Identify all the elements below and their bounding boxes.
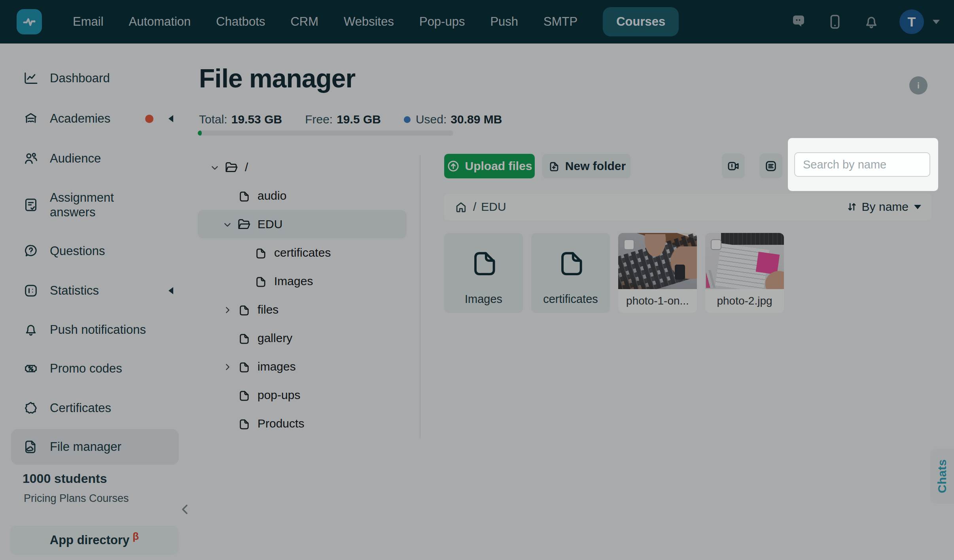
thumbnail-art-watch (675, 265, 685, 280)
page-title: File manager (199, 63, 355, 93)
sidebar-item-label: Audience (50, 151, 101, 166)
sidebar-item-questions[interactable]: Questions (11, 236, 179, 266)
nav-item-automation[interactable]: Automation (129, 15, 191, 29)
tree-row-products[interactable]: Products (198, 409, 407, 438)
user-avatar[interactable]: T (899, 9, 924, 34)
folder-icon (237, 388, 251, 403)
sidebar-collapse-icon[interactable] (177, 501, 193, 517)
nav-item-courses[interactable]: Courses (603, 7, 679, 36)
storage-free: Free: 19.5 GB (305, 113, 381, 126)
sidebar-item-dashboard[interactable]: Dashboard (11, 63, 179, 93)
new-folder-label: New folder (565, 159, 626, 173)
new-folder-button[interactable]: New folder (542, 154, 630, 178)
sidebar-item-label: Assignment answers (50, 190, 141, 219)
folder-tile-images[interactable]: Images (444, 233, 523, 313)
tree-row-label: pop-ups (257, 388, 300, 402)
pulse-logo-icon (21, 14, 37, 30)
tree-row-label: certificates (274, 246, 331, 259)
sidebar-item-label: Academies (50, 111, 110, 126)
used-label: Used: (416, 113, 447, 126)
tree-row-gallery[interactable]: gallery (198, 324, 407, 352)
tree-row-root[interactable]: / (198, 153, 407, 182)
nav-item-popups[interactable]: Pop-ups (419, 15, 465, 29)
info-icon[interactable] (909, 76, 928, 95)
sort-arrows-icon (846, 201, 858, 213)
chevron-down-icon[interactable] (210, 162, 220, 172)
chevron-right-icon[interactable] (222, 305, 233, 315)
folder-open-icon (224, 160, 238, 175)
image-tile-photo-1[interactable]: photo-1-on... (618, 233, 697, 313)
file-select-checkbox[interactable] (711, 239, 721, 250)
top-navbar: Email Automation Chatbots CRM Websites P… (0, 0, 954, 44)
folder-tile-certificates[interactable]: certificates (531, 233, 610, 313)
nav-item-crm[interactable]: CRM (290, 15, 318, 29)
sort-caret-icon (914, 205, 921, 209)
collapse-caret-icon[interactable] (168, 115, 173, 122)
notification-dot (145, 115, 153, 123)
upload-files-button[interactable]: Upload files (444, 154, 535, 178)
sidebar-item-statistics[interactable]: Statistics (11, 276, 179, 306)
tree-row-images-sub[interactable]: Images (198, 267, 407, 295)
tree-row-files[interactable]: files (198, 295, 407, 324)
chevron-down-icon[interactable] (222, 219, 233, 229)
brand-logo[interactable] (17, 9, 42, 34)
file-grid: Images certificates photo-1-on... (444, 233, 784, 313)
sidebar-item-promo-codes[interactable]: Promo codes (11, 354, 179, 384)
tile-label: Images (465, 293, 502, 306)
statistics-icon (23, 283, 39, 299)
list-view-button[interactable] (759, 153, 782, 178)
nav-item-smtp[interactable]: SMTP (543, 15, 577, 29)
tile-label: certificates (543, 293, 598, 306)
new-folder-icon (547, 159, 560, 173)
video-view-button[interactable] (722, 153, 745, 178)
collapse-caret-icon[interactable] (168, 287, 173, 294)
nav-item-chatbots[interactable]: Chatbots (216, 15, 265, 29)
free-label: Free: (305, 113, 333, 126)
sort-control[interactable]: By name (846, 200, 921, 214)
sidebar-item-label: Questions (50, 244, 105, 258)
sidebar-item-certificates[interactable]: Certificates (11, 393, 179, 423)
thumbnail-art-hand (762, 268, 784, 289)
dashboard-icon (23, 70, 39, 86)
thumbnail-art-pens (706, 270, 725, 288)
sidebar-item-audience[interactable]: Audience (11, 144, 179, 174)
folder-icon (466, 245, 501, 280)
plan-subtitle-link[interactable]: Pricing Plans Courses (24, 492, 129, 505)
bell-icon[interactable] (863, 13, 880, 30)
app-directory-button[interactable]: App directory β (10, 526, 179, 555)
folder-open-icon (237, 217, 251, 232)
storage-total: Total: 19.53 GB (199, 113, 282, 126)
sidebar-item-file-manager[interactable]: File manager (11, 429, 179, 465)
account-menu-caret-icon[interactable] (933, 20, 940, 24)
sidebar-item-academies[interactable]: Academies (11, 104, 179, 134)
tree-row-label: gallery (257, 331, 292, 345)
tree-row-certificates[interactable]: certificates (198, 238, 407, 267)
nav-item-websites[interactable]: Websites (344, 15, 394, 29)
tree-row-audio[interactable]: audio (198, 182, 407, 210)
search-input[interactable] (794, 152, 930, 177)
tree-row-images[interactable]: images (198, 352, 407, 381)
sidebar-item-label: File manager (50, 439, 121, 454)
academies-icon (23, 111, 39, 127)
folder-icon (237, 189, 251, 203)
sidebar-item-push-notifications[interactable]: Push notifications (11, 315, 179, 345)
folder-icon (553, 245, 588, 280)
chat-bubble-icon[interactable] (790, 13, 807, 30)
home-icon[interactable] (454, 201, 468, 214)
smartphone-icon[interactable] (827, 13, 843, 30)
sidebar-item-label: Certificates (50, 401, 111, 415)
chats-tab[interactable]: Chats (930, 449, 954, 503)
sort-label: By name (862, 200, 909, 214)
file-select-checkbox[interactable] (624, 239, 634, 250)
breadcrumb-current-folder: EDU (481, 200, 506, 214)
tree-row-label: Products (257, 417, 304, 430)
tree-row-popups[interactable]: pop-ups (198, 381, 407, 409)
chevron-right-icon[interactable] (222, 361, 233, 372)
sidebar-item-assignment-answers[interactable]: Assignment answers (11, 183, 179, 227)
tree-row-label: EDU (257, 218, 282, 231)
tree-row-label: Images (274, 274, 313, 288)
image-tile-photo-2[interactable]: photo-2.jpg (705, 233, 784, 313)
nav-item-push[interactable]: Push (490, 15, 518, 29)
nav-item-email[interactable]: Email (73, 15, 104, 29)
tree-row-edu[interactable]: EDU (198, 210, 407, 238)
